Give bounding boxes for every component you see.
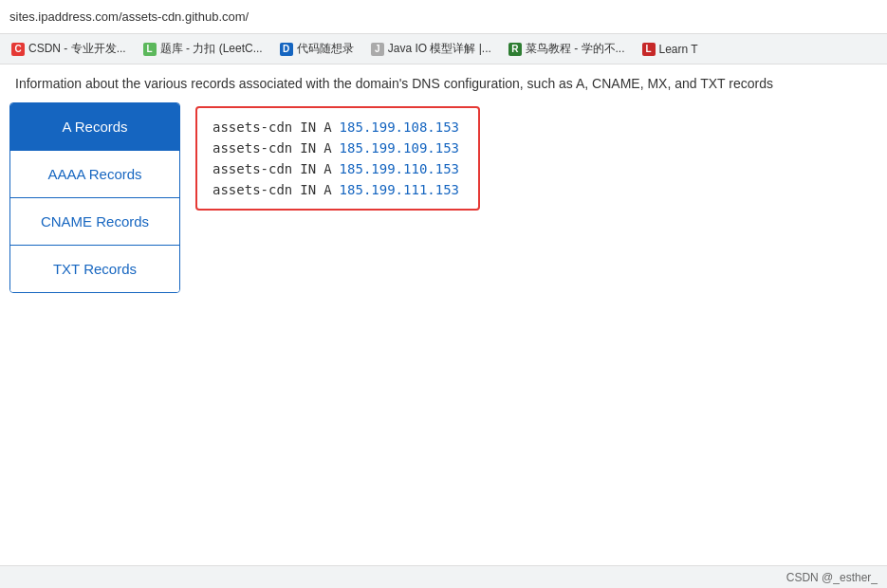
record-class: IN [300, 182, 316, 197]
bookmark-icon-javaio: J [371, 43, 384, 56]
record-host: assets-cdn [213, 119, 292, 135]
info-text: Information about the various records as… [0, 64, 887, 102]
status-text: CSDN @_esther_ [786, 571, 878, 584]
bookmark-label-runoob: 菜鸟教程 - 学的不... [526, 41, 625, 57]
bookmark-icon-daima: D [280, 43, 293, 56]
record-class: IN [300, 119, 316, 135]
bookmark-label-learn: Learn T [659, 43, 698, 56]
bookmark-icon-csdn: C [11, 43, 25, 56]
record-value[interactable]: 185.199.111.153 [340, 182, 459, 197]
bookmarks-bar: CCSDN - 专业开发...L题库 - 力扣 (LeetC...D代码随想录J… [0, 34, 887, 64]
records-panel: assets-cdnINA185.199.108.153assets-cdnIN… [195, 102, 878, 293]
record-type: A [323, 161, 331, 176]
bookmark-label-daima: 代码随想录 [297, 41, 354, 57]
sidebar: A RecordsAAAA RecordsCNAME RecordsTXT Re… [9, 102, 180, 293]
bookmark-item-javaio[interactable]: JJava IO 模型详解 |... [363, 37, 499, 62]
table-row: assets-cdnINA185.199.109.153 [213, 140, 463, 156]
record-type: A [323, 182, 331, 197]
bookmark-label-csdn: CSDN - 专业开发... [28, 41, 126, 57]
bookmark-item-daima[interactable]: D代码随想录 [272, 37, 361, 62]
bookmark-item-learn[interactable]: LLearn T [635, 37, 706, 62]
table-row: assets-cdnINA185.199.111.153 [213, 182, 463, 197]
page-content: Information about the various records as… [0, 64, 887, 565]
main-layout: A RecordsAAAA RecordsCNAME RecordsTXT Re… [0, 102, 887, 293]
sidebar-item-aaaa-records[interactable]: AAAA Records [10, 151, 179, 198]
bookmark-item-leetcode[interactable]: L题库 - 力扣 (LeetC... [136, 37, 270, 62]
address-bar[interactable]: sites.ipaddress.com/assets-cdn.github.co… [0, 0, 887, 34]
sidebar-item-a-records[interactable]: A Records [10, 103, 179, 151]
bookmark-label-leetcode: 题库 - 力扣 (LeetC... [160, 41, 263, 57]
records-box: assets-cdnINA185.199.108.153assets-cdnIN… [195, 106, 480, 211]
record-value[interactable]: 185.199.110.153 [340, 161, 459, 176]
bookmark-item-csdn[interactable]: CCSDN - 专业开发... [4, 37, 134, 62]
bookmark-icon-leetcode: L [143, 43, 157, 56]
bookmark-icon-learn: L [642, 43, 656, 56]
record-class: IN [300, 140, 316, 156]
record-host: assets-cdn [213, 140, 292, 156]
bookmark-icon-runoob: R [508, 43, 522, 56]
record-type: A [323, 119, 331, 135]
table-row: assets-cdnINA185.199.108.153 [213, 119, 463, 135]
bookmark-label-javaio: Java IO 模型详解 |... [388, 41, 491, 57]
record-host: assets-cdn [213, 182, 292, 197]
sidebar-item-txt-records[interactable]: TXT Records [10, 246, 179, 292]
record-type: A [323, 140, 331, 156]
sidebar-item-cname-records[interactable]: CNAME Records [10, 198, 179, 246]
status-bar: CSDN @_esther_ [0, 565, 887, 588]
table-row: assets-cdnINA185.199.110.153 [213, 161, 463, 176]
url-text: sites.ipaddress.com/assets-cdn.github.co… [9, 9, 249, 24]
bookmark-item-runoob[interactable]: R菜鸟教程 - 学的不... [501, 37, 633, 62]
record-value[interactable]: 185.199.109.153 [340, 140, 459, 156]
record-host: assets-cdn [213, 161, 292, 176]
record-class: IN [300, 161, 316, 176]
record-value[interactable]: 185.199.108.153 [340, 119, 459, 135]
